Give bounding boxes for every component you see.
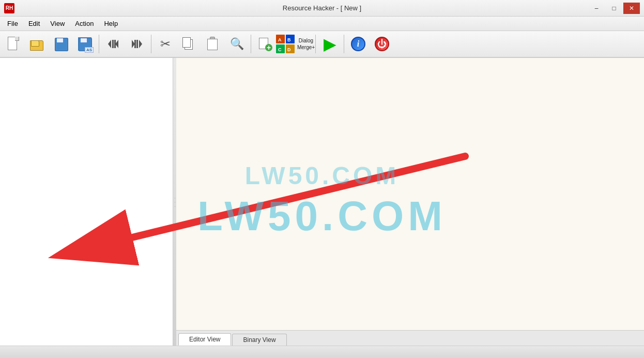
close-button[interactable]: ✕ [623,3,640,14]
toolbar-exit-button[interactable]: ⏻ [371,33,393,55]
prev-icon [106,37,120,51]
menu-view[interactable]: View [45,18,70,29]
toolbar-dialog-merge-button[interactable]: A B C D DialogMerge+ [278,33,313,55]
tab-editor-view[interactable]: Editor View [178,333,231,346]
add-resource-icon: + [258,37,272,51]
compile-icon: ▶ [324,36,336,52]
toolbar-next-button[interactable] [126,33,148,55]
svg-marker-0 [108,40,111,48]
save-icon [54,37,68,51]
search-icon: 🔍 [230,38,244,50]
title-bar: RH Resource Hacker - [ New ] – □ ✕ [0,0,644,17]
menu-bar: File Edit View Action Help [0,17,644,31]
svg-rect-1 [112,40,114,48]
title-bar-left: RH [4,3,14,13]
toolbar-sep-5 [344,35,344,53]
tab-bar: Editor View Binary View [176,330,644,346]
app-icon: RH [4,3,14,13]
power-icon: ⏻ [375,37,389,51]
saveas-label: AS [85,47,94,53]
svg-text:B: B [287,37,291,42]
next-icon [130,37,144,51]
info-icon: i [351,37,365,51]
toolbar-search-button[interactable]: 🔍 [225,33,248,55]
window-controls: – □ ✕ [588,3,640,14]
minimize-button[interactable]: – [588,3,605,14]
toolbar-save-button[interactable] [50,33,72,55]
cut-icon: ✂ [160,38,171,50]
tab-binary-view[interactable]: Binary View [232,334,286,346]
toolbar-sep-2 [151,35,151,53]
toolbar-cut-button[interactable]: ✂ [154,33,177,55]
open-file-icon [30,37,44,51]
toolbar-add-button[interactable]: + [254,33,277,55]
new-file-icon [7,37,20,51]
menu-file[interactable]: File [2,18,23,29]
svg-text:C: C [278,47,282,52]
svg-text:D: D [287,47,291,52]
main-area: ⋮⋮⋮ Editor View Binary View LW50.COM LW5… [0,58,644,346]
toolbar-compile-button[interactable]: ▶ [318,33,341,55]
toolbar-sep-3 [251,35,251,53]
toolbar-info-button[interactable]: i [347,33,370,55]
toolbar-copy-button[interactable] [178,33,201,55]
toolbar-prev-button[interactable] [102,33,125,55]
svg-marker-4 [139,40,142,48]
svg-text:A: A [278,37,282,42]
toolbar-sep-1 [99,35,99,53]
dialog-merge-label: DialogMerge+ [297,37,315,51]
toolbar: AS ✂ [0,31,644,58]
dialog-merge-icon: A B C D [275,34,295,54]
toolbar-sep-4 [315,35,316,53]
paste-icon [206,37,220,51]
toolbar-saveas-button[interactable]: AS [73,33,96,55]
editor-panel: Editor View Binary View [176,58,644,346]
menu-help[interactable]: Help [99,18,123,29]
editor-area [176,58,644,330]
toolbar-new-button[interactable] [2,33,25,55]
status-bar [0,346,644,358]
menu-edit[interactable]: Edit [23,18,45,29]
menu-action[interactable]: Action [70,18,99,29]
svg-rect-5 [136,40,138,48]
copy-icon [182,37,196,51]
resource-tree-panel [0,58,173,346]
toolbar-open-button[interactable] [26,33,49,55]
toolbar-paste-button[interactable] [202,33,224,55]
maximize-button[interactable]: □ [606,3,622,14]
window-title: Resource Hacker - [ New ] [283,4,361,12]
